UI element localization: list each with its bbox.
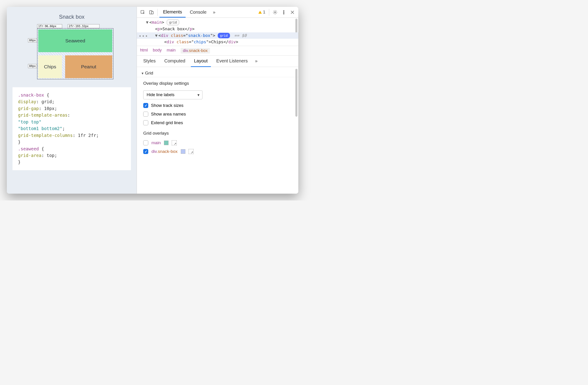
overlay-element-name[interactable]: main — [151, 140, 161, 145]
svg-point-5 — [283, 12, 284, 13]
svg-point-6 — [283, 13, 284, 14]
column-size-label: 1fr·96.66px — [37, 24, 62, 28]
checkbox[interactable] — [143, 112, 148, 117]
breadcrumb-item[interactable]: div.snack-box — [181, 48, 210, 54]
svg-point-3 — [274, 12, 276, 13]
sidebar-tab-computed[interactable]: Computed — [161, 56, 188, 67]
overlay-setting-row: Show track sizes — [137, 101, 298, 110]
checkbox[interactable] — [143, 149, 148, 154]
tab-elements[interactable]: Elements — [159, 7, 186, 18]
checkbox[interactable] — [143, 140, 148, 145]
checkbox-label: Extend grid lines — [151, 120, 183, 125]
tab-console[interactable]: Console — [186, 7, 210, 17]
svg-rect-2 — [151, 11, 153, 14]
color-swatch[interactable] — [164, 141, 168, 145]
toggle-device-toolbar-icon[interactable] — [147, 8, 156, 16]
grid-cell-chips: Chips — [38, 55, 62, 78]
checkbox[interactable] — [143, 103, 148, 108]
dom-tree[interactable]: ▼<main> grid <p>Snack box</p> ••• ▼<div … — [137, 18, 298, 46]
grid-overlay-visualization: 1fr·96.66px 2fr·193.32px 80px 80px Seawe… — [28, 24, 115, 79]
line-labels-select[interactable]: Hide line labels — [143, 90, 202, 99]
dom-node-child[interactable]: <div class="chips">Chips</div> — [146, 39, 298, 45]
devtools-pane: Elements Console » 1 ▼<main> grid — [137, 7, 298, 194]
dom-node-p[interactable]: <p>Snack box</p> — [146, 26, 298, 32]
sidebar-tab-layout[interactable]: Layout — [191, 56, 211, 67]
toolbar-separator — [157, 9, 158, 16]
devtools-window: Snack box 1fr·96.66px 2fr·193.32px 80px … — [7, 7, 298, 194]
dom-row-actions-icon[interactable]: ••• — [139, 32, 148, 40]
color-swatch[interactable] — [181, 149, 185, 154]
settings-gear-icon[interactable] — [271, 8, 279, 16]
breadcrumb-item[interactable]: main — [167, 48, 176, 54]
layout-panel: Grid Overlay display settings Hide line … — [137, 67, 298, 194]
overlay-settings-heading: Overlay display settings — [137, 77, 298, 89]
scrollbar-thumb[interactable] — [295, 69, 297, 117]
highlight-element-icon[interactable] — [172, 140, 177, 145]
dom-node-main[interactable]: ▼<main> grid — [146, 19, 298, 26]
kebab-menu-icon[interactable] — [280, 8, 288, 16]
inspect-element-icon[interactable] — [139, 8, 147, 16]
sidebar-tab-event-listeners[interactable]: Event Listeners — [213, 56, 251, 67]
overlay-setting-row: Extend grid lines — [137, 118, 298, 127]
grid-overlay-row: main — [137, 139, 298, 147]
snack-box-grid: Seaweed Chips Peanut — [37, 28, 113, 79]
close-devtools-icon[interactable] — [288, 8, 296, 16]
row-size-label: 80px — [28, 38, 37, 42]
toolbar-separator — [269, 9, 269, 16]
sidebar-tabs-overflow-icon[interactable]: » — [253, 56, 259, 67]
checkbox[interactable] — [143, 120, 148, 125]
checkbox-label: Show track sizes — [151, 103, 184, 108]
grid-cell-peanut: Peanut — [65, 55, 112, 78]
row-size-label: 80px — [28, 64, 37, 68]
warning-count: 1 — [263, 10, 265, 15]
column-size-label: 2fr·193.32px — [68, 24, 100, 28]
grid-overlays-heading: Grid overlays — [137, 127, 298, 139]
dom-node-selected[interactable]: ••• ▼<div class="snack-box"> grid == $0 — [137, 32, 298, 39]
grid-cell-seaweed: Seaweed — [38, 29, 112, 52]
tabs-overflow-icon[interactable]: » — [211, 10, 218, 15]
dom-breadcrumb[interactable]: htmlbodymaindiv.snack-box — [137, 46, 298, 56]
warning-count-badge[interactable]: 1 — [256, 10, 267, 15]
grid-badge[interactable]: grid — [167, 19, 179, 25]
sidebar-tab-styles[interactable]: Styles — [140, 56, 159, 67]
breadcrumb-item[interactable]: html — [140, 48, 148, 54]
dollar-zero-hint: == $0 — [234, 33, 247, 38]
highlight-element-icon[interactable] — [189, 149, 194, 154]
sidebar-tabs: StylesComputedLayoutEvent Listeners» — [137, 56, 298, 67]
css-source-block: .snack-box { display: grid; grid-gap: 10… — [13, 87, 131, 170]
rendered-page-pane: Snack box 1fr·96.66px 2fr·193.32px 80px … — [7, 7, 137, 194]
page-title: Snack box — [13, 14, 131, 20]
checkbox-label: Show area names — [151, 112, 186, 117]
breadcrumb-item[interactable]: body — [153, 48, 162, 54]
svg-point-4 — [283, 10, 284, 11]
grid-section-header[interactable]: Grid — [137, 69, 298, 77]
devtools-toolbar: Elements Console » 1 — [137, 7, 298, 18]
overlay-element-name[interactable]: div.snack-box — [151, 149, 178, 154]
overlay-setting-row: Show area names — [137, 110, 298, 118]
warning-icon — [258, 10, 262, 14]
grid-badge-active[interactable]: grid — [218, 33, 230, 38]
grid-overlay-row: div.snack-box — [137, 147, 298, 156]
